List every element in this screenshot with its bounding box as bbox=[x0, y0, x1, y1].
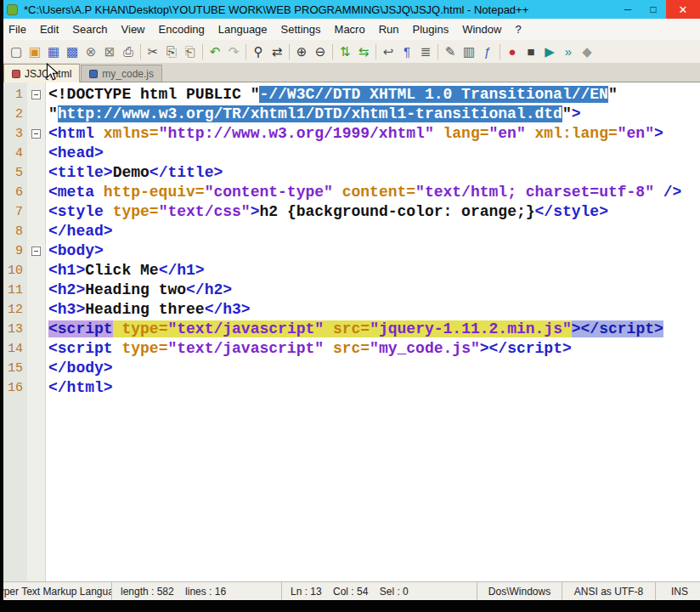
code-line-8[interactable]: </head> bbox=[48, 222, 700, 241]
status-encoding[interactable]: ANSI as UTF-8 bbox=[562, 582, 656, 600]
fold-collapse-button[interactable] bbox=[31, 90, 41, 99]
code-line-5[interactable]: <title>Demo</title> bbox=[48, 163, 700, 183]
run-macro-multiple-icon[interactable]: » bbox=[560, 43, 577, 60]
code-token: "content-type" bbox=[205, 184, 333, 201]
fold-margin bbox=[27, 82, 46, 581]
fold-cell bbox=[27, 280, 45, 300]
code-line-7[interactable]: <style type="text/css">h2 {background-co… bbox=[48, 202, 700, 222]
code-token: "text/html; charset=utf-8" bbox=[415, 184, 654, 201]
toolbar-separator bbox=[438, 44, 438, 60]
code-line-11[interactable]: <h2>Heading two</h2> bbox=[48, 280, 700, 300]
code-token: xmlns= bbox=[104, 125, 159, 142]
word-wrap-icon[interactable]: ↩ bbox=[380, 43, 397, 60]
sync-vertical-icon[interactable]: ⇅ bbox=[336, 43, 353, 60]
close-all-icon[interactable]: ⊠ bbox=[101, 43, 118, 60]
replace-icon[interactable]: ⇄ bbox=[268, 43, 285, 60]
tab-bar: JSJQ.htmlmy_code.js bbox=[0, 64, 700, 82]
tab-my_code-js[interactable]: my_code.js bbox=[81, 65, 162, 82]
code-line-6[interactable]: <meta http-equiv="content-type" content=… bbox=[48, 183, 700, 202]
code-line-13[interactable]: <script type="text/javascript" src="jque… bbox=[48, 320, 700, 339]
unsaved-file-icon bbox=[12, 70, 20, 78]
code-line-16[interactable]: </html> bbox=[48, 378, 700, 398]
toolbar: ▢▣▦▩⊗⊠⎙✂⎘⎗↶↷⚲⇄⊕⊖⇅⇆↩¶≣✎▥ƒ●■▶»◆ bbox=[0, 40, 700, 64]
close-button[interactable]: ✕ bbox=[666, 0, 700, 19]
fold-cell bbox=[27, 85, 45, 105]
sync-horizontal-icon[interactable]: ⇆ bbox=[355, 43, 372, 60]
zoom-out-icon[interactable]: ⊖ bbox=[312, 43, 329, 60]
document-map-icon[interactable]: ▥ bbox=[460, 43, 477, 60]
paste-icon[interactable]: ⎗ bbox=[182, 43, 199, 60]
menu-item-run[interactable]: Run bbox=[372, 20, 406, 39]
toolbar-separator bbox=[140, 44, 141, 60]
code-line-15[interactable]: </body> bbox=[48, 359, 700, 378]
code-line-14[interactable]: <script type="text/javascript" src="my_c… bbox=[48, 339, 700, 359]
show-all-characters-icon[interactable]: ¶ bbox=[398, 43, 415, 60]
close-file-icon[interactable]: ⊗ bbox=[82, 43, 99, 60]
zoom-in-icon[interactable]: ⊕ bbox=[293, 43, 310, 60]
maximize-button[interactable]: □ bbox=[641, 0, 666, 19]
menu-item-help[interactable]: ? bbox=[508, 20, 528, 39]
status-eol-format[interactable]: Dos\Windows bbox=[477, 582, 562, 600]
status-file-type: Hyper Text Markup Language file bbox=[0, 582, 112, 600]
copy-icon[interactable]: ⎘ bbox=[163, 43, 180, 60]
line-number: 3 bbox=[0, 124, 27, 144]
code-line-4[interactable]: <head> bbox=[48, 144, 700, 163]
save-macro-icon[interactable]: ◆ bbox=[579, 43, 596, 60]
menu-item-macro[interactable]: Macro bbox=[328, 20, 372, 39]
code-line-3[interactable]: <html xmlns="http://www.w3.org/1999/xhtm… bbox=[48, 124, 700, 144]
redo-icon[interactable]: ↷ bbox=[225, 43, 242, 60]
record-macro-icon[interactable]: ● bbox=[504, 43, 521, 60]
find-icon[interactable]: ⚲ bbox=[250, 43, 267, 60]
function-list-icon[interactable]: ƒ bbox=[479, 43, 496, 60]
line-number-gutter: 12345678910111213141516 bbox=[0, 82, 27, 581]
minimize-button[interactable]: ─ bbox=[615, 0, 641, 19]
undo-icon[interactable]: ↶ bbox=[206, 43, 223, 60]
code-token: "jquery-1.11.2.min.js" bbox=[370, 320, 572, 337]
code-token: > bbox=[654, 125, 663, 142]
fold-collapse-button[interactable] bbox=[31, 246, 41, 256]
code-line-12[interactable]: <h3>Heading three</h3> bbox=[48, 300, 700, 320]
code-token: Heading three bbox=[85, 301, 204, 318]
menu-item-settings[interactable]: Settings bbox=[274, 20, 328, 39]
menu-item-plugins[interactable]: Plugins bbox=[406, 20, 456, 39]
window-controls: ─ □ ✕ bbox=[615, 0, 700, 19]
menu-item-edit[interactable]: Edit bbox=[33, 20, 65, 39]
code-token: " bbox=[608, 86, 618, 103]
print-icon[interactable]: ⎙ bbox=[120, 43, 137, 60]
open-file-icon[interactable]: ▣ bbox=[26, 43, 43, 60]
code-token: "en" bbox=[489, 125, 526, 142]
title-bar[interactable]: *C:\Users\A.P KHAN\Desktop\YOUTUBE WORK\… bbox=[0, 0, 700, 19]
tab-JSJQ-html[interactable]: JSJQ.html bbox=[3, 64, 80, 82]
fold-collapse-button[interactable] bbox=[31, 129, 41, 139]
code-area[interactable]: <!DOCTYPE html PUBLIC "-//W3C//DTD XHTML… bbox=[46, 82, 700, 581]
line-number: 2 bbox=[0, 105, 27, 124]
stop-record-icon[interactable]: ■ bbox=[522, 43, 539, 60]
user-language-icon[interactable]: ✎ bbox=[442, 43, 459, 60]
code-token: Click Me bbox=[85, 262, 158, 279]
menu-item-file[interactable]: File bbox=[2, 20, 33, 39]
code-line-9[interactable]: <body> bbox=[48, 241, 700, 261]
code-line-10[interactable]: <h1>Click Me</h1> bbox=[48, 261, 700, 280]
save-icon[interactable]: ▦ bbox=[45, 43, 62, 60]
new-file-icon[interactable]: ▢ bbox=[8, 43, 25, 60]
fold-cell bbox=[27, 359, 45, 378]
status-typing-mode[interactable]: INS bbox=[656, 582, 700, 600]
code-line-1[interactable]: <!DOCTYPE html PUBLIC "-//W3C//DTD XHTML… bbox=[48, 85, 700, 105]
indent-guide-icon[interactable]: ≣ bbox=[417, 43, 434, 60]
playback-macro-icon[interactable]: ▶ bbox=[541, 43, 558, 60]
code-token: ></script> bbox=[480, 340, 572, 357]
toolbar-separator bbox=[500, 44, 500, 60]
save-all-icon[interactable]: ▩ bbox=[64, 43, 81, 60]
menu-item-window[interactable]: Window bbox=[455, 20, 508, 39]
cut-icon[interactable]: ✂ bbox=[144, 43, 161, 60]
code-token bbox=[324, 340, 333, 357]
code-token: type= bbox=[113, 203, 159, 220]
fold-cell bbox=[27, 378, 45, 398]
menu-item-view[interactable]: View bbox=[115, 20, 152, 39]
menu-item-encoding[interactable]: Encoding bbox=[152, 20, 212, 39]
menu-item-search[interactable]: Search bbox=[65, 20, 114, 39]
line-number: 14 bbox=[0, 339, 27, 359]
menu-item-language[interactable]: Language bbox=[212, 20, 274, 39]
code-line-2[interactable]: "http://www.w3.org/TR/xhtml1/DTD/xhtml1-… bbox=[48, 105, 700, 124]
code-token: <style bbox=[48, 203, 113, 220]
